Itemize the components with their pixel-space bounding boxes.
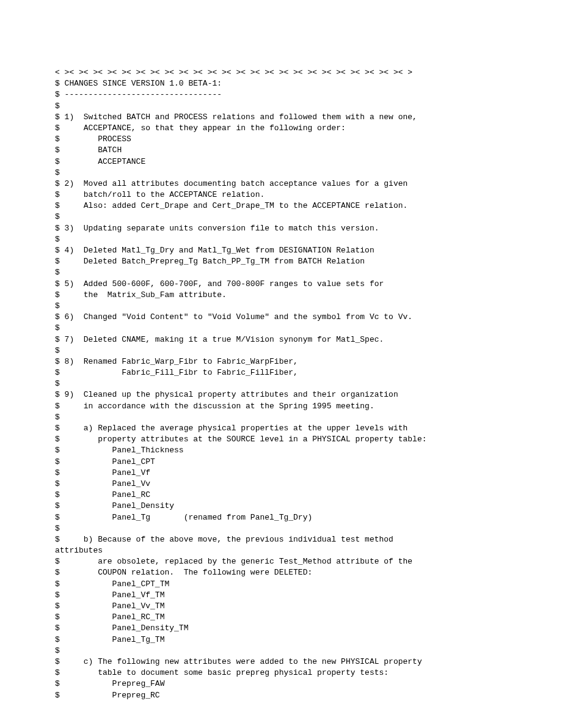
document-page: < >< >< >< >< >< >< >< >< >< >< >< >< ><…: [0, 0, 562, 728]
document-body: < >< >< >< >< >< >< >< >< >< >< >< >< ><…: [55, 67, 507, 701]
